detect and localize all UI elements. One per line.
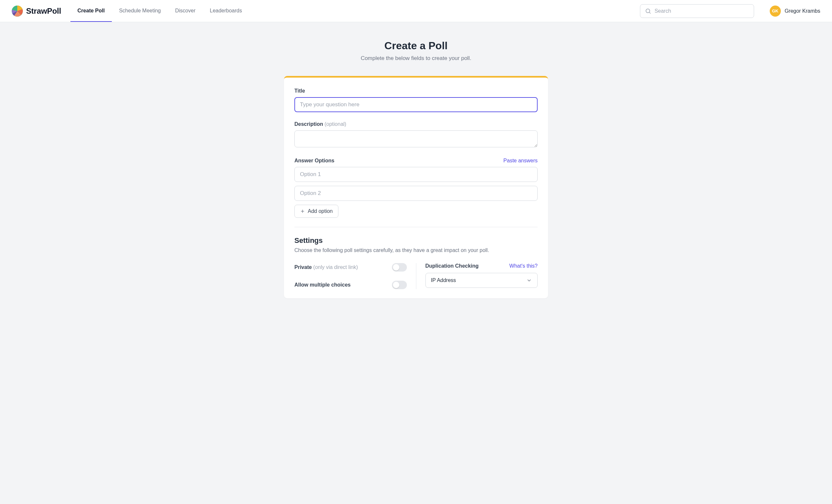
nav-create-poll[interactable]: Create Poll [71,0,112,22]
description-label: Description (optional) [294,121,538,127]
divider [294,227,538,227]
svg-line-2 [649,12,650,14]
add-option-button[interactable]: Add option [294,205,338,218]
private-label: Private (only via direct link) [294,264,358,270]
private-setting-row: Private (only via direct link) [294,263,407,271]
poll-form-card: Title Description (optional) Answer Opti… [284,76,548,298]
add-option-label: Add option [308,208,333,214]
brand-name: StrawPoll [26,6,61,16]
title-input[interactable] [294,97,538,112]
user-menu[interactable]: GK Gregor Krambs [770,5,820,17]
nav-leaderboards[interactable]: Leaderboards [203,0,249,22]
search-input[interactable] [655,8,749,14]
search-box[interactable] [640,4,754,18]
brand-logo-icon [12,5,23,17]
paste-answers-link[interactable]: Paste answers [503,158,538,164]
dup-header: Duplication Checking What's this? [425,263,538,269]
description-optional-hint: (optional) [324,121,346,127]
nav-discover[interactable]: Discover [168,0,203,22]
app-header: StrawPoll Create Poll Schedule Meeting D… [0,0,832,22]
avatar: GK [770,5,781,17]
options-field-group: Answer Options Paste answers Add option [294,158,538,218]
description-field-group: Description (optional) [294,121,538,149]
settings-left-col: Private (only via direct link) Allow mul… [294,263,416,289]
page-title: Create a Poll [284,40,548,52]
private-toggle[interactable] [392,263,407,271]
title-field-group: Title [294,88,538,112]
main-content: Create a Poll Complete the below fields … [284,22,548,324]
plus-icon [300,209,305,214]
title-label: Title [294,88,538,94]
username: Gregor Krambs [785,8,820,14]
private-label-text: Private [294,264,312,270]
search-icon [645,8,651,14]
settings-columns: Private (only via direct link) Allow mul… [294,263,538,289]
svg-point-1 [646,9,650,13]
page-subtitle: Complete the below fields to create your… [284,55,548,62]
description-label-text: Description [294,121,323,127]
chevron-down-icon [526,277,532,283]
option-input-2[interactable] [294,186,538,201]
settings-right-col: Duplication Checking What's this? IP Add… [416,263,538,289]
multiple-setting-row: Allow multiple choices [294,281,407,289]
dup-label: Duplication Checking [425,263,479,269]
dup-select[interactable]: IP Address [425,273,538,288]
nav-schedule-meeting[interactable]: Schedule Meeting [112,0,168,22]
option-input-1[interactable] [294,167,538,182]
private-hint: (only via direct link) [313,264,358,270]
settings-subtext: Choose the following poll settings caref… [294,247,538,253]
options-header: Answer Options Paste answers [294,158,538,164]
main-nav: Create Poll Schedule Meeting Discover Le… [71,0,250,22]
multiple-label: Allow multiple choices [294,282,350,288]
brand-logo-wrap[interactable]: StrawPoll [12,5,61,17]
multiple-toggle[interactable] [392,281,407,289]
description-input[interactable] [294,130,538,148]
dup-select-value: IP Address [431,277,456,283]
settings-heading: Settings [294,236,538,245]
whats-this-link[interactable]: What's this? [509,263,538,269]
options-label: Answer Options [294,158,335,164]
